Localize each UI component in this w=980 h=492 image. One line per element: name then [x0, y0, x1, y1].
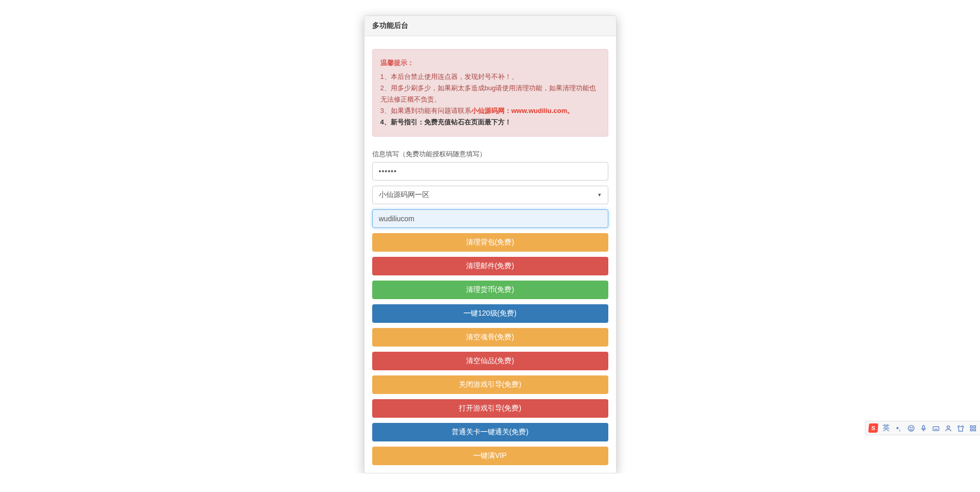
ime-skin-icon[interactable]: [956, 424, 965, 432]
panel-body: 温馨提示： 1、本后台禁止使用连点器，发现封号不补！。 2、用多少刷多少，如果刷…: [364, 36, 616, 473]
ime-keyboard-icon[interactable]: [932, 424, 940, 432]
clear-mail-button[interactable]: 清理邮件(免费): [372, 257, 608, 275]
ime-user-icon[interactable]: [944, 424, 952, 432]
svg-point-5: [947, 425, 950, 428]
svg-rect-3: [922, 425, 924, 429]
clear-immortal-button[interactable]: 清空仙品(免费): [372, 352, 608, 370]
ime-voice-icon[interactable]: [919, 424, 927, 432]
ime-punct-icon[interactable]: •,: [894, 424, 903, 432]
svg-rect-7: [973, 425, 975, 428]
open-guide-button[interactable]: 打开游戏引导(免费): [372, 399, 608, 418]
svg-point-0: [908, 425, 913, 431]
panel-title: 多功能后台: [364, 16, 616, 36]
auth-code-input[interactable]: [372, 162, 608, 181]
alert-line-1: 1、本后台禁止使用连点器，发现封号不补！。: [380, 71, 600, 83]
clear-currency-button[interactable]: 清理货币(免费): [372, 281, 608, 299]
clear-stage-button[interactable]: 普通关卡一键通关(免费): [372, 423, 608, 441]
svg-rect-9: [973, 429, 975, 431]
close-guide-button[interactable]: 关闭游戏引导(免费): [372, 375, 608, 394]
alert-notice: 温馨提示： 1、本后台禁止使用连点器，发现封号不补！。 2、用多少刷多少，如果刷…: [372, 49, 608, 137]
svg-rect-8: [970, 429, 972, 431]
svg-point-1: [910, 427, 910, 428]
server-select[interactable]: [372, 186, 608, 204]
password-group: [372, 162, 608, 181]
alert-line-2: 2、用多少刷多少，如果刷太多造成bug请使用清理功能，如果清理功能也无法修正概不…: [380, 83, 600, 105]
ime-toolbar[interactable]: S 英 •,: [865, 421, 980, 435]
svg-rect-6: [970, 425, 972, 428]
alert-title: 温馨提示：: [380, 57, 600, 69]
username-input[interactable]: [372, 209, 608, 228]
svg-rect-4: [933, 427, 938, 431]
clear-bag-button[interactable]: 清理背包(免费): [372, 233, 608, 252]
form-section-label: 信息填写（免费功能授权码随意填写）: [372, 150, 608, 159]
alert-line-3: 3、如果遇到功能有问题请联系小仙源码网：www.wudiliu.com。: [380, 105, 600, 117]
main-panel: 多功能后台 温馨提示： 1、本后台禁止使用连点器，发现封号不补！。 2、用多少刷…: [364, 15, 617, 473]
ime-toolbox-icon[interactable]: [969, 424, 977, 432]
clear-soulbone-button[interactable]: 清空魂骨(免费): [372, 328, 608, 347]
server-select-group: [372, 186, 608, 204]
contact-link: 小仙源码网：www.wudiliu.com。: [471, 107, 574, 114]
max-vip-button[interactable]: 一键满VIP: [372, 447, 608, 465]
ime-emoji-icon[interactable]: [907, 424, 915, 432]
sogou-logo-icon[interactable]: S: [868, 423, 878, 433]
ime-lang-indicator[interactable]: 英: [882, 424, 890, 432]
alert-line-4: 4、新号指引：免费充值钻石在页面最下方！: [380, 117, 600, 128]
level-120-button[interactable]: 一键120级(免费): [372, 304, 608, 323]
svg-point-2: [911, 427, 912, 428]
username-group: [372, 209, 608, 228]
